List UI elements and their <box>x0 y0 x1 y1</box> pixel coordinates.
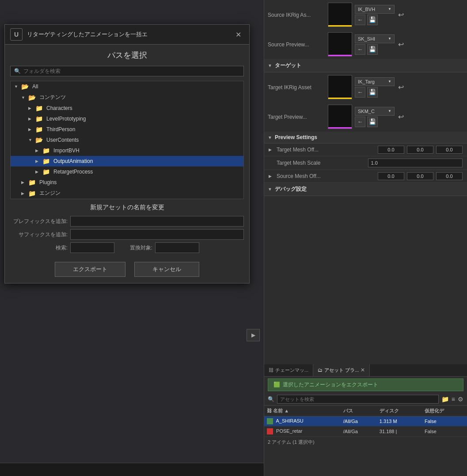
suffix-row: サフィックスを追加: <box>10 229 244 240</box>
dialog-titlebar: U リターゲティングしたアニメーションを一括エ ✕ <box>5 25 249 45</box>
rename-section: 新規アセットの名前を変更 プレフィックスを追加: サフィックスを追加: 検索: … <box>10 204 244 253</box>
target-preview-label: Target Preview... <box>268 114 325 120</box>
source-preview-reset-btn[interactable]: ↩ <box>397 39 405 49</box>
target-section-header[interactable]: ▼ ターゲット <box>264 59 467 72</box>
tree-item[interactable]: ▼📂UserContents <box>11 135 243 145</box>
source-mesh-off-z[interactable] <box>436 172 463 180</box>
target-preview-dropdown[interactable]: SKM_C <box>355 107 395 116</box>
tree-item-label: Plugins <box>39 179 57 185</box>
source-ikrig-reset-btn[interactable]: ↩ <box>397 10 405 20</box>
source-preview-dropdown[interactable]: SK_SHI <box>355 34 395 43</box>
chain-map-icon: ⛓ <box>269 367 273 373</box>
col-path-header[interactable]: パス <box>341 406 377 416</box>
tree-item[interactable]: ▼📂コンテンツ <box>11 92 243 103</box>
target-preview-save-btn[interactable]: 💾 <box>367 117 378 127</box>
col-disk-header[interactable]: ディスク <box>377 406 422 416</box>
tab-asset-browser[interactable]: 🗂 アセット ブラ... ✕ <box>313 364 370 376</box>
asset-path-cell: /All/Ga <box>341 426 377 436</box>
source-ikrig-dropdown[interactable]: IK_BVH <box>355 5 395 14</box>
suffix-input[interactable] <box>70 229 244 240</box>
source-ikrig-thumb <box>328 3 352 27</box>
folder-icon: 📂 <box>28 94 36 101</box>
target-preview-back-btn[interactable]: ← <box>355 117 365 127</box>
search-icon: 🔍 <box>268 396 274 402</box>
asset-browser-icon: 🗂 <box>318 367 323 373</box>
export-selected-btn[interactable]: 🟩 選択したアニメーションをエクスポート <box>268 378 463 391</box>
target-preview-row: Target Preview... SKM_C ← 💾 ↩ <box>264 102 467 132</box>
tree-arrow: ▶ <box>35 170 41 174</box>
folder-icon: 📁 <box>42 158 50 165</box>
source-ikrig-back-btn[interactable]: ← <box>355 15 365 25</box>
suffix-label: サフィックスを追加: <box>10 231 68 238</box>
tree-item[interactable]: ▶📁エンジン <box>11 188 243 199</box>
tree-item-label: エンジン <box>39 189 61 197</box>
tree-item[interactable]: ▶📁LevelPrototyping <box>11 113 243 124</box>
source-preview-thumb <box>328 32 352 57</box>
dialog-close-btn[interactable]: ✕ <box>233 30 244 40</box>
target-section-arrow: ▼ <box>268 63 272 68</box>
settings-icon-btn[interactable]: ⚙ <box>458 396 463 403</box>
target-ikrig-reset-btn[interactable]: ↩ <box>397 82 405 92</box>
source-mesh-off-y[interactable] <box>407 172 433 180</box>
target-ikrig-save-btn[interactable]: 💾 <box>367 87 378 98</box>
target-mesh-offset-label: Target Mesh Off... <box>277 147 375 153</box>
tree-item[interactable]: ▶📁RetargetProcess <box>11 166 243 177</box>
tree-item[interactable]: ▶📁Plugins <box>11 177 243 188</box>
preview-settings-header[interactable]: ▼ Preview Settings <box>264 132 467 144</box>
tree-item[interactable]: ▶📁Characters <box>11 103 243 113</box>
tree-item[interactable]: ▶📁ThirdPerson <box>11 124 243 135</box>
target-mesh-off-x[interactable] <box>378 146 404 154</box>
source-ikrig-controls: IK_BVH ← 💾 <box>355 5 395 25</box>
filter-btn[interactable]: ≡ <box>452 396 455 403</box>
tree-item-label: All <box>32 83 38 90</box>
target-mesh-off-z[interactable] <box>436 146 463 154</box>
folder-tree: ▼📂All▼📂コンテンツ▶📁Characters▶📁LevelPrototypi… <box>10 81 244 199</box>
tree-item[interactable]: ▼📂All <box>11 81 243 92</box>
prefix-row: プレフィックスを追加: <box>10 216 244 227</box>
debug-section-header[interactable]: ▼ デバッグ設定 <box>264 183 467 196</box>
target-ikrig-icons: ← 💾 <box>355 87 395 98</box>
tab-chain-map[interactable]: ⛓ チェーンマッ... <box>264 364 313 376</box>
tree-arrow: ▶ <box>35 148 41 153</box>
tree-arrow: ▶ <box>35 159 41 163</box>
source-ikrig-save-btn[interactable]: 💾 <box>367 15 378 25</box>
table-row[interactable]: POSE_retar /All/Ga 31.188 | False <box>264 426 467 436</box>
target-mesh-scale-input[interactable] <box>368 159 463 167</box>
tree-item-label: ThirdPerson <box>46 126 75 132</box>
tree-item-label: コンテンツ <box>39 94 66 101</box>
source-mesh-off-x[interactable] <box>378 172 404 180</box>
target-ikrig-dropdown[interactable]: IK_Targ <box>355 77 395 86</box>
folder-icon: 📁 <box>28 179 36 186</box>
play-btn-overlay[interactable]: ▶ <box>247 329 260 341</box>
tree-item[interactable]: ▶📁ImportBVH <box>11 145 243 156</box>
tab-close-btn[interactable]: ✕ <box>361 367 365 373</box>
col-virtual-header[interactable]: 仮想化デ <box>422 406 467 416</box>
dialog-search-input[interactable] <box>23 68 240 74</box>
replace-label: 置換対象: <box>117 244 152 252</box>
table-row[interactable]: A_SHIRASU /All/Ga 1.313 M False <box>264 416 467 426</box>
replace-input[interactable] <box>155 242 199 253</box>
folder-browse-btn[interactable]: 📁 <box>441 396 449 403</box>
target-preview-icons: ← 💾 <box>355 117 395 127</box>
folder-icon: 📁 <box>35 126 43 133</box>
export-btn[interactable]: エクスポート <box>55 262 125 277</box>
col-name-header[interactable]: ⛓ 名前 ▲ <box>264 406 341 416</box>
search-input[interactable] <box>70 242 114 253</box>
source-preview-back-btn[interactable]: ← <box>355 44 365 55</box>
tree-item[interactable]: ▶📁OutputAnimation <box>11 156 243 166</box>
prefix-label: プレフィックスを追加: <box>10 218 68 225</box>
target-mesh-off-y[interactable] <box>407 146 433 154</box>
target-preview-reset-btn[interactable]: ↩ <box>397 112 405 122</box>
target-ikrig-back-btn[interactable]: ← <box>355 87 365 98</box>
cancel-btn[interactable]: キャンセル <box>134 262 199 277</box>
source-ikrig-row: Source IKRig As... IK_BVH ← 💾 ↩ <box>264 0 467 30</box>
source-preview-save-btn[interactable]: 💾 <box>367 44 378 55</box>
ue-logo: U <box>10 28 23 41</box>
target-preview-controls: SKM_C ← 💾 <box>355 107 395 127</box>
folder-icon: 📂 <box>35 136 43 144</box>
target-mesh-scale-row: Target Mesh Scale <box>264 156 467 170</box>
dialog-search-bar: 🔍 <box>10 66 244 76</box>
asset-search-input[interactable] <box>277 395 439 404</box>
preview-settings-label: Preview Settings <box>275 134 317 140</box>
prefix-input[interactable] <box>70 216 244 227</box>
